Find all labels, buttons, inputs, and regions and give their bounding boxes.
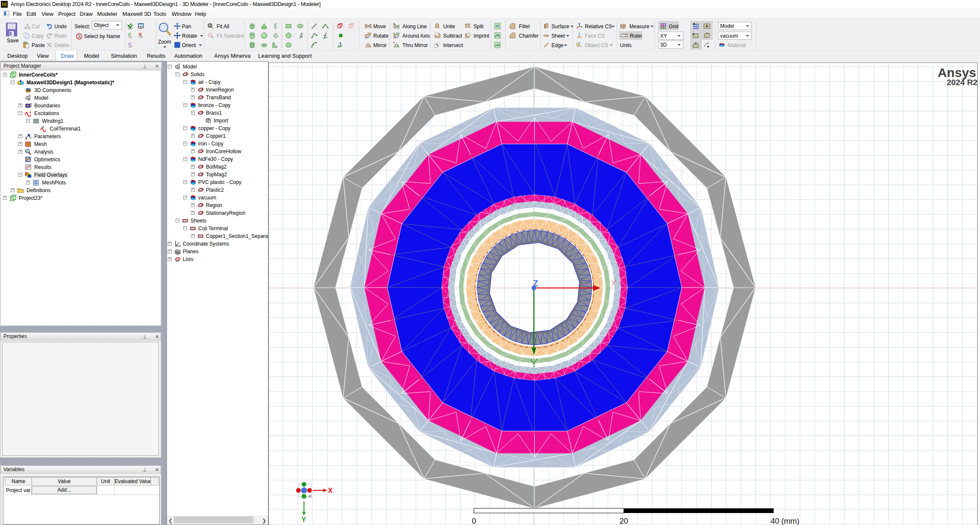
- svg-text:X: X: [328, 487, 333, 494]
- svg-text:0: 0: [472, 517, 476, 525]
- svg-text:Y: Y: [301, 516, 306, 523]
- svg-text:S: S: [78, 34, 81, 39]
- svg-text:Z: Z: [533, 279, 538, 288]
- svg-text:2024 R2: 2024 R2: [947, 78, 977, 87]
- svg-text:20: 20: [620, 517, 628, 525]
- svg-text:40 (mm): 40 (mm): [771, 517, 799, 525]
